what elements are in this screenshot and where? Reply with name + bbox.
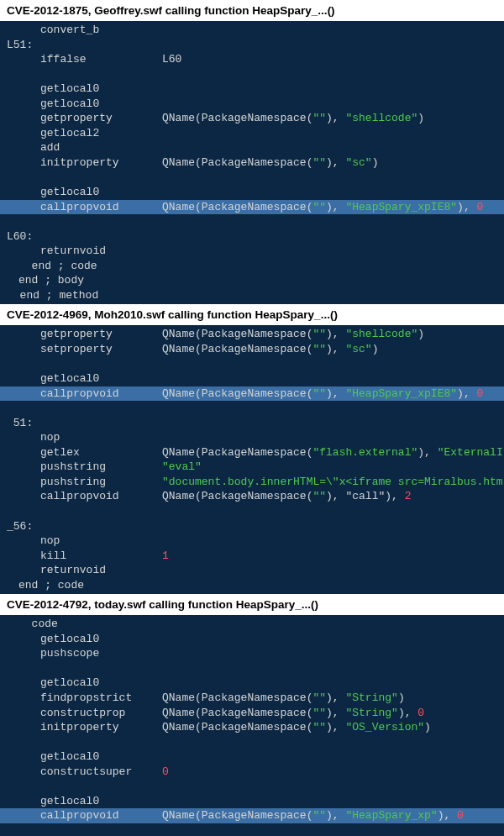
code-line: returnvoid [0, 244, 504, 259]
code-line: L51: [0, 38, 504, 53]
code-line: getlocal0 [0, 371, 504, 386]
code-line: code [0, 617, 504, 632]
code-line [0, 214, 504, 229]
code-line: iffalseL60 [0, 52, 504, 67]
code-line: initpropertyQName(PackageNamespace(""), … [0, 155, 504, 171]
code-line: callpropvoidQName(PackageNamespace(""), … [0, 489, 504, 504]
code-line: constructpropQName(PackageNamespace(""),… [0, 706, 504, 721]
code-line [0, 401, 504, 416]
code-line [0, 823, 504, 836]
code-line: initpropertyQName(PackageNamespace(""), … [0, 720, 504, 735]
code-line: end ; body [0, 273, 504, 288]
code-line: pushstring"eval" [0, 460, 504, 475]
code-line: getlocal0 [0, 794, 504, 809]
code-line [0, 356, 504, 371]
code-line: setpropertyQName(PackageNamespace(""), "… [0, 342, 504, 357]
code-line: end ; code [0, 578, 504, 593]
code-line: end ; code [0, 259, 504, 274]
code-line: nop [0, 534, 504, 549]
code-line [0, 661, 504, 676]
code-line: getlocal0 [0, 749, 504, 765]
code-line: getpropertyQName(PackageNamespace(""), "… [0, 111, 504, 126]
code-line: getlocal0 [0, 97, 504, 112]
code-line [0, 67, 504, 82]
code-line: nop [0, 430, 504, 445]
section-title: CVE-2012-4792, today.swf calling functio… [0, 594, 504, 615]
code-line [0, 779, 504, 794]
code-line: getpropertyQName(PackageNamespace(""), "… [0, 327, 504, 342]
code-line: callpropvoidQName(PackageNamespace(""), … [0, 200, 504, 215]
code-line: convert_b [0, 23, 504, 38]
section-title: CVE-2012-1875, Geoffrey.swf calling func… [0, 0, 504, 21]
code-line: constructsuper0 [0, 765, 504, 780]
code-line: callpropvoidQName(PackageNamespace(""), … [0, 386, 504, 402]
code-block: codegetlocal0pushscope getlocal0findprop… [0, 615, 504, 836]
code-line: kill1 [0, 549, 504, 564]
code-line: returnvoid [0, 563, 504, 578]
code-line [0, 504, 504, 519]
code-line: getlocal2 [0, 126, 504, 141]
code-line: getlocal0 [0, 185, 504, 200]
code-line: getlocal0 [0, 81, 504, 97]
code-line: getlocal0 [0, 676, 504, 691]
code-line [0, 735, 504, 750]
code-line [0, 170, 504, 185]
code-line: getlexQName(PackageNamespace("flash.exte… [0, 445, 504, 460]
code-line: 51: [0, 416, 504, 431]
code-block: convert_bL51:iffalseL60 getlocal0getloca… [0, 21, 504, 304]
code-line: add [0, 140, 504, 155]
code-line: getlocal0 [0, 632, 504, 647]
code-line: callpropvoidQName(PackageNamespace(""), … [0, 808, 504, 823]
code-line: L60: [0, 229, 504, 244]
code-line: pushscope [0, 646, 504, 661]
code-line: findpropstrictQName(PackageNamespace("")… [0, 691, 504, 706]
section-title: CVE-2012-4969, Moh2010.swf calling funct… [0, 304, 504, 325]
code-line: _56: [0, 519, 504, 534]
code-line: end ; method [0, 288, 504, 303]
code-block: getpropertyQName(PackageNamespace(""), "… [0, 325, 504, 594]
code-line: pushstring"document.body.innerHTML=\"x<i… [0, 475, 504, 490]
